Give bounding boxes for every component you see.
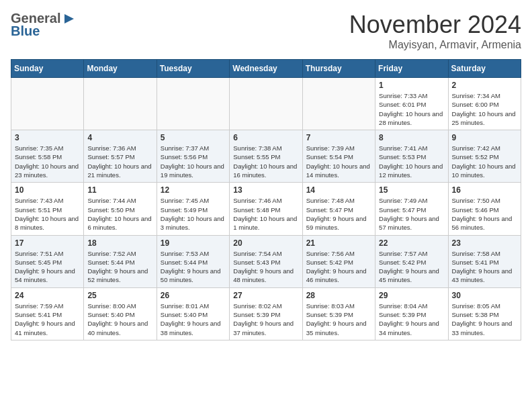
day-info: Sunrise: 7:41 AMSunset: 5:53 PMDaylight:… <box>379 144 444 179</box>
day-number: 21 <box>306 238 371 248</box>
calendar-day-cell: 21Sunrise: 7:56 AMSunset: 5:42 PMDayligh… <box>302 235 375 287</box>
calendar-header-sunday: Sunday <box>11 60 84 78</box>
calendar-header-monday: Monday <box>84 60 157 78</box>
calendar-day-cell: 25Sunrise: 8:00 AMSunset: 5:40 PMDayligh… <box>84 287 157 340</box>
calendar-day-cell: 16Sunrise: 7:50 AMSunset: 5:46 PMDayligh… <box>448 183 521 235</box>
day-number: 23 <box>452 238 517 248</box>
page-header: General Blue November 2024 Mayisyan, Arm… <box>11 11 521 51</box>
calendar-day-cell: 19Sunrise: 7:53 AMSunset: 5:44 PMDayligh… <box>157 235 229 287</box>
day-info: Sunrise: 7:43 AMSunset: 5:51 PMDaylight:… <box>15 196 80 232</box>
day-info: Sunrise: 7:52 AMSunset: 5:44 PMDaylight:… <box>87 249 152 285</box>
calendar-day-cell <box>157 78 229 130</box>
calendar-day-cell <box>84 78 157 130</box>
calendar-day-cell <box>230 78 302 130</box>
calendar-day-cell: 20Sunrise: 7:54 AMSunset: 5:43 PMDayligh… <box>230 235 302 287</box>
day-number: 19 <box>161 238 226 248</box>
calendar-day-cell <box>302 78 375 130</box>
calendar-day-cell: 1Sunrise: 7:33 AMSunset: 6:01 PMDaylight… <box>375 78 448 130</box>
day-info: Sunrise: 7:56 AMSunset: 5:42 PMDaylight:… <box>306 249 371 285</box>
calendar-day-cell: 22Sunrise: 7:57 AMSunset: 5:42 PMDayligh… <box>375 235 448 287</box>
calendar-day-cell: 24Sunrise: 7:59 AMSunset: 5:41 PMDayligh… <box>11 287 84 340</box>
calendar-day-cell <box>11 78 84 130</box>
day-number: 15 <box>379 185 444 195</box>
calendar-day-cell: 8Sunrise: 7:41 AMSunset: 5:53 PMDaylight… <box>375 130 448 183</box>
calendar-day-cell: 13Sunrise: 7:46 AMSunset: 5:48 PMDayligh… <box>230 183 302 235</box>
day-number: 12 <box>161 185 226 195</box>
calendar-day-cell: 14Sunrise: 7:48 AMSunset: 5:47 PMDayligh… <box>302 183 375 235</box>
day-number: 14 <box>306 185 371 195</box>
svg-marker-0 <box>64 14 74 24</box>
calendar-day-cell: 27Sunrise: 8:02 AMSunset: 5:39 PMDayligh… <box>230 287 302 340</box>
day-info: Sunrise: 7:58 AMSunset: 5:41 PMDaylight:… <box>452 249 517 285</box>
location-subtitle: Mayisyan, Armavir, Armenia <box>349 39 521 51</box>
day-info: Sunrise: 7:37 AMSunset: 5:56 PMDaylight:… <box>161 144 226 179</box>
day-info: Sunrise: 7:48 AMSunset: 5:47 PMDaylight:… <box>306 196 371 232</box>
calendar-week-row: 3Sunrise: 7:35 AMSunset: 5:58 PMDaylight… <box>11 130 521 183</box>
day-number: 20 <box>233 238 298 248</box>
day-info: Sunrise: 8:02 AMSunset: 5:39 PMDaylight:… <box>233 302 298 337</box>
calendar-day-cell: 7Sunrise: 7:39 AMSunset: 5:54 PMDaylight… <box>302 130 375 183</box>
day-info: Sunrise: 7:42 AMSunset: 5:52 PMDaylight:… <box>452 144 517 179</box>
calendar-day-cell: 6Sunrise: 7:38 AMSunset: 5:55 PMDaylight… <box>230 130 302 183</box>
day-info: Sunrise: 8:01 AMSunset: 5:40 PMDaylight:… <box>161 302 226 337</box>
day-number: 16 <box>452 185 517 195</box>
calendar-day-cell: 28Sunrise: 8:03 AMSunset: 5:39 PMDayligh… <box>302 287 375 340</box>
day-number: 6 <box>233 133 298 142</box>
day-info: Sunrise: 7:39 AMSunset: 5:54 PMDaylight:… <box>306 144 371 179</box>
calendar-day-cell: 11Sunrise: 7:44 AMSunset: 5:50 PMDayligh… <box>84 183 157 235</box>
calendar-day-cell: 18Sunrise: 7:52 AMSunset: 5:44 PMDayligh… <box>84 235 157 287</box>
day-number: 9 <box>452 133 517 142</box>
day-number: 25 <box>87 291 152 300</box>
calendar-header-friday: Friday <box>375 60 448 78</box>
calendar-day-cell: 17Sunrise: 7:51 AMSunset: 5:45 PMDayligh… <box>11 235 84 287</box>
day-info: Sunrise: 7:53 AMSunset: 5:44 PMDaylight:… <box>161 249 226 285</box>
day-info: Sunrise: 7:45 AMSunset: 5:49 PMDaylight:… <box>161 196 226 232</box>
calendar-header-thursday: Thursday <box>302 60 375 78</box>
calendar-day-cell: 26Sunrise: 8:01 AMSunset: 5:40 PMDayligh… <box>157 287 229 340</box>
day-info: Sunrise: 7:54 AMSunset: 5:43 PMDaylight:… <box>233 249 298 285</box>
calendar-header-wednesday: Wednesday <box>230 60 302 78</box>
calendar-day-cell: 30Sunrise: 8:05 AMSunset: 5:38 PMDayligh… <box>448 287 521 340</box>
calendar-day-cell: 23Sunrise: 7:58 AMSunset: 5:41 PMDayligh… <box>448 235 521 287</box>
calendar-day-cell: 12Sunrise: 7:45 AMSunset: 5:49 PMDayligh… <box>157 183 229 235</box>
day-info: Sunrise: 8:03 AMSunset: 5:39 PMDaylight:… <box>306 302 371 337</box>
calendar-day-cell: 5Sunrise: 7:37 AMSunset: 5:56 PMDaylight… <box>157 130 229 183</box>
day-number: 29 <box>379 291 444 300</box>
day-info: Sunrise: 7:36 AMSunset: 5:57 PMDaylight:… <box>87 144 152 179</box>
calendar-header-row: SundayMondayTuesdayWednesdayThursdayFrid… <box>11 60 521 78</box>
day-number: 10 <box>15 185 80 195</box>
calendar-week-row: 10Sunrise: 7:43 AMSunset: 5:51 PMDayligh… <box>11 183 521 235</box>
day-info: Sunrise: 7:34 AMSunset: 6:00 PMDaylight:… <box>452 91 517 127</box>
day-number: 1 <box>379 81 444 90</box>
calendar-day-cell: 15Sunrise: 7:49 AMSunset: 5:47 PMDayligh… <box>375 183 448 235</box>
day-number: 26 <box>161 291 226 300</box>
day-number: 24 <box>15 291 80 300</box>
day-info: Sunrise: 7:46 AMSunset: 5:48 PMDaylight:… <box>233 196 298 232</box>
calendar-day-cell: 29Sunrise: 8:04 AMSunset: 5:39 PMDayligh… <box>375 287 448 340</box>
day-number: 11 <box>87 185 152 195</box>
day-info: Sunrise: 7:59 AMSunset: 5:41 PMDaylight:… <box>15 302 80 337</box>
day-info: Sunrise: 8:04 AMSunset: 5:39 PMDaylight:… <box>379 302 444 337</box>
day-number: 8 <box>379 133 444 142</box>
day-number: 17 <box>15 238 80 248</box>
calendar-table: SundayMondayTuesdayWednesdayThursdayFrid… <box>11 59 521 340</box>
logo-blue-text: Blue <box>11 24 40 39</box>
title-area: November 2024 Mayisyan, Armavir, Armenia <box>349 11 521 51</box>
day-info: Sunrise: 8:00 AMSunset: 5:40 PMDaylight:… <box>87 302 152 337</box>
day-number: 18 <box>87 238 152 248</box>
day-number: 7 <box>306 133 371 142</box>
day-number: 28 <box>306 291 371 300</box>
calendar-day-cell: 4Sunrise: 7:36 AMSunset: 5:57 PMDaylight… <box>84 130 157 183</box>
day-info: Sunrise: 7:57 AMSunset: 5:42 PMDaylight:… <box>379 249 444 285</box>
day-number: 22 <box>379 238 444 248</box>
calendar-day-cell: 3Sunrise: 7:35 AMSunset: 5:58 PMDaylight… <box>11 130 84 183</box>
day-info: Sunrise: 7:38 AMSunset: 5:55 PMDaylight:… <box>233 144 298 179</box>
calendar-day-cell: 10Sunrise: 7:43 AMSunset: 5:51 PMDayligh… <box>11 183 84 235</box>
day-info: Sunrise: 7:50 AMSunset: 5:46 PMDaylight:… <box>452 196 517 232</box>
calendar-day-cell: 9Sunrise: 7:42 AMSunset: 5:52 PMDaylight… <box>448 130 521 183</box>
day-info: Sunrise: 7:35 AMSunset: 5:58 PMDaylight:… <box>15 144 80 179</box>
calendar-week-row: 17Sunrise: 7:51 AMSunset: 5:45 PMDayligh… <box>11 235 521 287</box>
day-number: 30 <box>452 291 517 300</box>
logo: General Blue <box>11 11 75 39</box>
calendar-header-tuesday: Tuesday <box>157 60 229 78</box>
